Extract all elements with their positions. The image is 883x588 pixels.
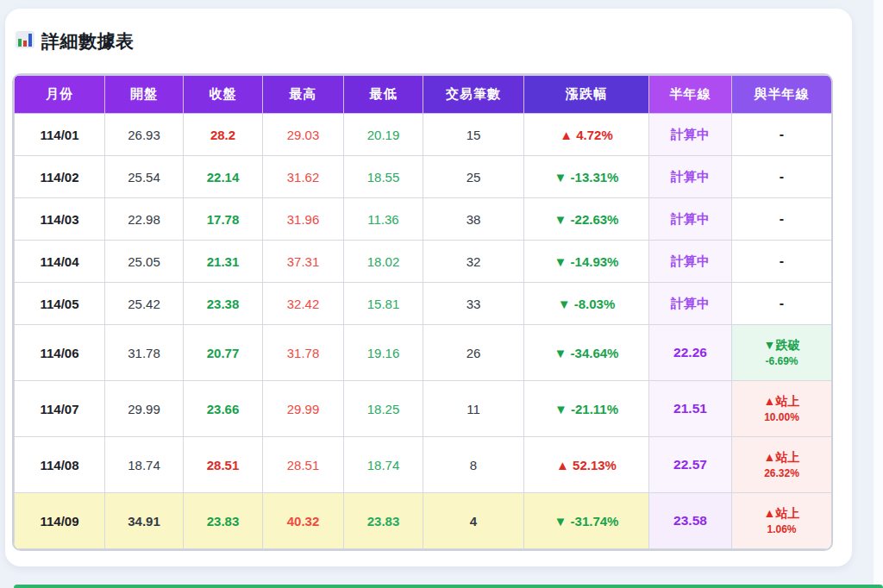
cell-change-percent: ▼ -13.31% xyxy=(524,156,649,198)
cell-close: 23.83 xyxy=(184,493,263,549)
cell-high: 31.96 xyxy=(263,198,344,241)
column-header: 收盤 xyxy=(184,76,263,114)
cell-trade-count: 32 xyxy=(423,241,524,283)
cell-low: 20.19 xyxy=(344,114,423,156)
vs-half-line-percent: -6.69% xyxy=(736,355,828,367)
column-header: 與半年線 xyxy=(732,76,832,114)
cell-low: 23.83 xyxy=(344,493,423,549)
cell-vs-half-line: - xyxy=(732,283,832,325)
cell-open: 25.54 xyxy=(105,156,184,198)
table-row: 114/0425.0521.3137.3118.0232▼ -14.93%計算中… xyxy=(15,241,832,283)
cell-close: 21.31 xyxy=(184,241,263,283)
table-row: 114/0631.7820.7731.7819.1626▼ -34.64%22.… xyxy=(15,325,832,381)
cell-open: 34.91 xyxy=(105,493,184,549)
table-row: 114/0126.9328.229.0320.1915▲ 4.72%計算中- xyxy=(15,114,832,156)
cell-trade-count: 11 xyxy=(423,381,524,437)
cell-vs-half-line: - xyxy=(732,198,832,241)
cell-half-line: 22.26 xyxy=(649,325,732,381)
section-title-row: 詳細數據表 xyxy=(16,29,135,53)
cell-low: 19.16 xyxy=(344,325,423,381)
section-title: 詳細數據表 xyxy=(41,29,135,53)
cell-half-line: 計算中 xyxy=(649,156,732,198)
cell-close: 22.14 xyxy=(184,156,263,198)
half-line-calculating: 計算中 xyxy=(671,296,710,310)
cell-close: 20.77 xyxy=(184,325,263,381)
cell-high: 32.42 xyxy=(263,283,344,325)
table-body: 114/0126.9328.229.0320.1915▲ 4.72%計算中-11… xyxy=(15,114,832,549)
cell-half-line: 計算中 xyxy=(649,198,732,241)
cell-half-line: 計算中 xyxy=(649,114,732,156)
half-line-calculating: 計算中 xyxy=(671,127,710,141)
cell-open: 26.93 xyxy=(105,114,184,156)
cell-low: 18.02 xyxy=(344,241,423,283)
table-header-row: 月份開盤收盤最高最低交易筆數漲跌幅半年線與半年線 xyxy=(15,76,832,114)
column-header: 半年線 xyxy=(649,76,732,114)
cell-half-line: 23.58 xyxy=(649,493,732,549)
cell-vs-half-line: ▲站上10.00% xyxy=(732,381,832,437)
cell-vs-half-line: ▲站上26.32% xyxy=(732,437,832,493)
half-line-calculating: 計算中 xyxy=(671,169,710,184)
cell-close: 28.2 xyxy=(184,114,263,156)
cell-trade-count: 4 xyxy=(423,493,524,549)
page-scrollbar-track[interactable] xyxy=(874,0,883,588)
cell-month: 114/08 xyxy=(15,437,105,493)
column-header: 最低 xyxy=(344,76,423,114)
cell-trade-count: 15 xyxy=(423,114,524,156)
vs-half-line-status: ▲站上 xyxy=(736,506,828,522)
cell-open: 22.98 xyxy=(105,198,184,241)
cell-close: 17.78 xyxy=(184,198,263,241)
cell-trade-count: 38 xyxy=(423,198,524,241)
cell-high: 40.32 xyxy=(263,493,344,549)
cell-change-percent: ▼ -34.64% xyxy=(524,325,649,381)
cell-month: 114/05 xyxy=(15,283,105,325)
column-header: 月份 xyxy=(15,76,105,114)
cell-vs-half-line: - xyxy=(732,114,832,156)
cell-open: 25.42 xyxy=(105,283,184,325)
cell-high: 29.03 xyxy=(263,114,344,156)
cell-close: 23.66 xyxy=(184,381,263,437)
data-table-card: 詳細數據表 月份開盤收盤最高最低交易筆數漲跌幅半年線與半年線 114/0126.… xyxy=(5,9,852,566)
bar-chart-icon xyxy=(16,30,34,53)
cell-low: 18.25 xyxy=(344,381,423,437)
cell-change-percent: ▲ 52.13% xyxy=(524,437,649,493)
cell-change-percent: ▼ -14.93% xyxy=(524,241,649,283)
vs-half-line-status: ▲站上 xyxy=(736,450,828,466)
cell-change-percent: ▼ -8.03% xyxy=(524,283,649,325)
cell-trade-count: 26 xyxy=(423,325,524,381)
cell-month: 114/01 xyxy=(15,114,105,156)
cell-high: 28.51 xyxy=(263,437,344,493)
cell-change-percent: ▼ -21.11% xyxy=(524,381,649,437)
half-line-value: 21.51 xyxy=(673,401,707,416)
table-row: 114/0525.4223.3832.4215.8133▼ -8.03%計算中- xyxy=(15,283,832,325)
cell-open: 29.99 xyxy=(105,381,184,437)
vs-half-line-status: ▲站上 xyxy=(736,394,828,410)
cell-month: 114/02 xyxy=(15,156,105,198)
column-header: 交易筆數 xyxy=(423,76,524,114)
cell-vs-half-line: ▼跌破-6.69% xyxy=(732,325,832,381)
cell-half-line: 計算中 xyxy=(649,283,732,325)
table-row: 114/0225.5422.1431.6218.5525▼ -13.31%計算中… xyxy=(15,156,832,198)
cell-change-percent: ▼ -31.74% xyxy=(524,493,649,549)
cell-trade-count: 8 xyxy=(423,437,524,493)
table-row: 114/0322.9817.7831.9611.3638▼ -22.63%計算中… xyxy=(15,198,832,241)
cell-month: 114/06 xyxy=(15,325,105,381)
table-row: 114/0818.7428.5128.5118.748▲ 52.13%22.57… xyxy=(15,437,832,493)
half-line-value: 23.58 xyxy=(673,513,707,528)
cell-close: 28.51 xyxy=(184,437,263,493)
cell-month: 114/09 xyxy=(15,493,105,549)
cell-high: 31.78 xyxy=(263,325,344,381)
table-row: 114/0729.9923.6629.9918.2511▼ -21.11%21.… xyxy=(15,381,832,437)
vs-half-line-percent: 1.06% xyxy=(736,523,828,535)
column-header: 最高 xyxy=(263,76,344,114)
vs-half-line-percent: 26.32% xyxy=(736,467,828,479)
vs-half-line-status: ▼跌破 xyxy=(736,338,828,353)
cell-half-line: 22.57 xyxy=(649,437,732,493)
cell-change-percent: ▲ 4.72% xyxy=(524,114,649,156)
cell-low: 18.74 xyxy=(344,437,423,493)
half-line-value: 22.57 xyxy=(673,457,707,472)
cell-close: 23.38 xyxy=(184,283,263,325)
cell-low: 11.36 xyxy=(344,198,423,241)
half-line-calculating: 計算中 xyxy=(671,253,710,268)
cell-high: 29.99 xyxy=(263,381,344,437)
half-line-value: 22.26 xyxy=(673,345,707,360)
